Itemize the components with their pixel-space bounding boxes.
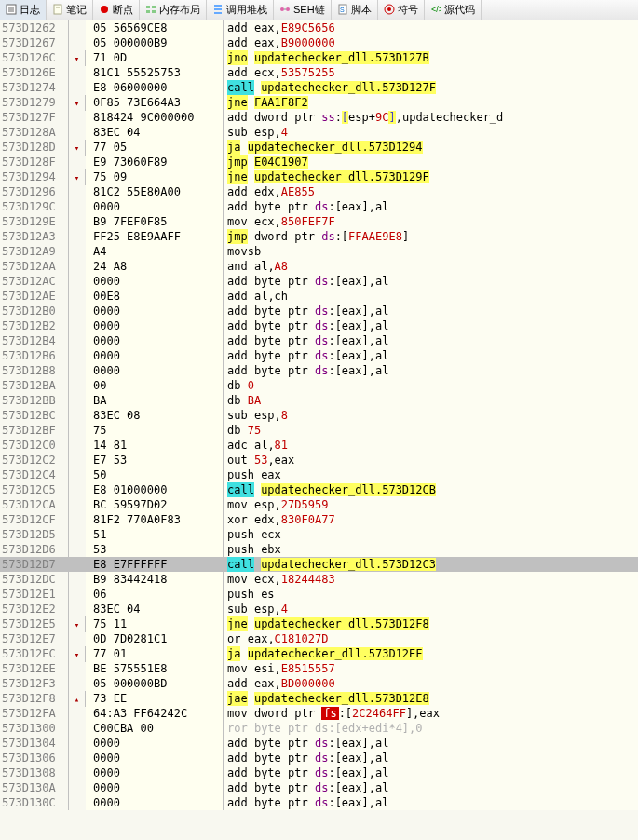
disasm-row[interactable]: 573D13080000add byte ptr ds:[eax],al	[0, 765, 638, 780]
disasm-row[interactable]: 573D12BA00db 0	[0, 378, 638, 393]
bytes: 83EC 08	[86, 408, 224, 423]
disasm-row[interactable]: 573D12A3FF25 E8E9AAFFjmp dword ptr ds:[F…	[0, 229, 638, 244]
log-icon	[6, 4, 17, 17]
jump-arrow: ▴	[69, 691, 86, 707]
disasm-row[interactable]: 573D126205 56569CE8add eax,E89C5656	[0, 20, 638, 35]
disasm-row[interactable]: 573D12D7E8 E7FFFFFFcall updatechecker_dl…	[0, 557, 638, 572]
mnemonic: and	[227, 259, 248, 274]
disasm-row[interactable]: 573D13040000add byte ptr ds:[eax],al	[0, 736, 638, 751]
disasm-row[interactable]: 573D12AE00E8add al,ch	[0, 289, 638, 304]
bytes: 53	[86, 542, 224, 557]
disasm-row[interactable]: 573D129681C2 55E80A00add edx,AE855	[0, 184, 638, 199]
disassembly: ja updatechecker_dll.573D1294	[224, 140, 638, 155]
toolbar-item-bp[interactable]: 断点	[93, 0, 140, 20]
address: 573D126C	[0, 50, 69, 65]
address: 573D129C	[0, 199, 69, 214]
bytes: 0000	[86, 795, 224, 810]
address: 573D12B2	[0, 318, 69, 333]
disassembly: jne FAA1F8F2	[224, 95, 638, 110]
disassembly: add byte ptr ds:[eax],al	[224, 333, 638, 348]
disasm-row[interactable]: 573D12CF81F2 770A0F83xor edx,830F0A77	[0, 512, 638, 527]
disasm-row[interactable]: 573D129C0000add byte ptr ds:[eax],al	[0, 199, 638, 214]
disasm-row[interactable]: 573D12C450push eax	[0, 467, 638, 482]
toolbar-item-seh[interactable]: SEH链	[274, 0, 332, 20]
disasm-row[interactable]: 573D12E5▾75 11jne updatechecker_dll.573D…	[0, 616, 638, 631]
toolbar-item-note[interactable]: 笔记	[47, 0, 93, 20]
disasm-row[interactable]: 573D12B00000add byte ptr ds:[eax],al	[0, 304, 638, 318]
disasm-row[interactable]: 573D12B80000add byte ptr ds:[eax],al	[0, 363, 638, 378]
mnemonic: xor	[227, 512, 248, 527]
disassembly: push eax	[224, 467, 638, 482]
toolbar-item-stack[interactable]: 调用堆栈	[207, 0, 274, 20]
disasm-row[interactable]: 573D12B20000add byte ptr ds:[eax],al	[0, 318, 638, 333]
mnemonic: add	[227, 333, 248, 348]
disasm-row[interactable]: 573D1294▾75 09jne updatechecker_dll.573D…	[0, 169, 638, 184]
src-icon: </>	[430, 4, 441, 17]
mnemonic: call	[227, 557, 254, 572]
toolbar-item-script[interactable]: S脚本	[332, 0, 378, 20]
disasm-row[interactable]: 573D126705 000000B9add eax,B9000000	[0, 35, 638, 50]
disasm-row[interactable]: 573D12AC0000add byte ptr ds:[eax],al	[0, 274, 638, 289]
disasm-row[interactable]: 573D12BBBAdb BA	[0, 393, 638, 408]
disasm-row[interactable]: 573D12AA24 A8and al,A8	[0, 259, 638, 274]
disasm-row[interactable]: 573D13060000add byte ptr ds:[eax],al	[0, 751, 638, 765]
mnemonic: db	[227, 378, 240, 393]
mnemonic: adc	[227, 438, 248, 453]
address: 573D12C5	[0, 482, 69, 497]
toolbar-item-label: 内存布局	[159, 3, 200, 17]
bytes: 75	[86, 423, 224, 438]
disasm-row[interactable]: 573D12E283EC 04sub esp,4	[0, 602, 638, 616]
toolbar-item-log[interactable]: 日志	[0, 0, 47, 20]
disasm-row[interactable]: 573D12F8▴73 EEjae updatechecker_dll.573D…	[0, 691, 638, 706]
toolbar-item-sym[interactable]: 符号	[378, 0, 425, 20]
disasm-row[interactable]: 573D12A9A4movsb	[0, 244, 638, 259]
disasm-row[interactable]: 573D1300C00CBA 00ror byte ptr ds:[edx+ed…	[0, 721, 638, 736]
bytes: E8 06000000	[86, 80, 224, 95]
disasm-row[interactable]: 573D128D▾77 05ja updatechecker_dll.573D1…	[0, 140, 638, 155]
disasm-row[interactable]: 573D130A0000add byte ptr ds:[eax],al	[0, 780, 638, 795]
bytes: 81C1 55525753	[86, 65, 224, 80]
disasm-row[interactable]: 573D12BC83EC 08sub esp,8	[0, 408, 638, 423]
disasm-row[interactable]: 573D1274E8 06000000call updatechecker_dl…	[0, 80, 638, 95]
address: 573D12EC	[0, 646, 69, 661]
disasm-row[interactable]: 573D12C2E7 53out 53,eax	[0, 453, 638, 467]
disasm-row[interactable]: 573D12EC▾77 01ja updatechecker_dll.573D1…	[0, 646, 638, 661]
disasm-row[interactable]: 573D1279▾0F85 73E664A3jne FAA1F8F2	[0, 95, 638, 110]
disasm-row[interactable]: 573D126E81C1 55525753add ecx,53575255	[0, 65, 638, 80]
disasm-row[interactable]: 573D12BF75db 75	[0, 423, 638, 438]
disasm-row[interactable]: 573D12FA64:A3 FF64242Cmov dword ptr fs:[…	[0, 706, 638, 721]
toolbar-item-src[interactable]: </>源代码	[425, 0, 482, 20]
disasm-row[interactable]: 573D12DCB9 83442418mov ecx,18244483	[0, 572, 638, 587]
disassembly: add edx,AE855	[224, 184, 638, 199]
address: 573D12C2	[0, 453, 69, 467]
disassembly: mov esp,27D5959	[224, 497, 638, 512]
disasm-row[interactable]: 573D12EEBE 575551E8mov esi,E8515557	[0, 661, 638, 676]
disasm-row[interactable]: 573D12B40000add byte ptr ds:[eax],al	[0, 333, 638, 348]
disassembly: add byte ptr ds:[eax],al	[224, 736, 638, 751]
disasm-row[interactable]: 573D12CABC 59597D02mov esp,27D5959	[0, 497, 638, 512]
bytes: 0000	[86, 736, 224, 751]
disasm-row[interactable]: 573D129EB9 7FEF0F85mov ecx,850FEF7F	[0, 214, 638, 229]
mem-icon	[145, 4, 156, 17]
disassembly-view[interactable]: 573D126205 56569CE8add eax,E89C5656573D1…	[0, 20, 638, 810]
disasm-row[interactable]: 573D12B60000add byte ptr ds:[eax],al	[0, 348, 638, 363]
disasm-row[interactable]: 573D126C▾71 0Djno updatechecker_dll.573D…	[0, 50, 638, 65]
disasm-row[interactable]: 573D12C5E8 01000000call updatechecker_dl…	[0, 482, 638, 497]
toolbar-item-mem[interactable]: 内存布局	[140, 0, 207, 20]
disasm-row[interactable]: 573D12E70D 7D0281C1or eax,C181027D	[0, 631, 638, 646]
disasm-row[interactable]: 573D12E106push es	[0, 587, 638, 602]
bytes: FF25 E8E9AAFF	[86, 229, 224, 244]
seh-icon	[279, 4, 291, 17]
disassembly: add byte ptr ds:[eax],al	[224, 274, 638, 289]
disasm-row[interactable]: 573D128FE9 73060F89jmp E04C1907	[0, 155, 638, 169]
bytes: 50	[86, 467, 224, 482]
disasm-row[interactable]: 573D12D551push ecx	[0, 527, 638, 542]
toolbar: 日志笔记断点内存布局调用堆栈SEH链S脚本符号</>源代码	[0, 0, 638, 20]
disasm-row[interactable]: 573D130C0000add byte ptr ds:[eax],al	[0, 795, 638, 810]
disasm-row[interactable]: 573D12C014 81adc al,81	[0, 438, 638, 453]
disassembly: add ecx,53575255	[224, 65, 638, 80]
disasm-row[interactable]: 573D128A83EC 04sub esp,4	[0, 125, 638, 140]
disasm-row[interactable]: 573D127F818424 9C000000add dword ptr ss:…	[0, 110, 638, 125]
disasm-row[interactable]: 573D12F305 000000BDadd eax,BD000000	[0, 676, 638, 691]
disasm-row[interactable]: 573D12D653push ebx	[0, 542, 638, 557]
